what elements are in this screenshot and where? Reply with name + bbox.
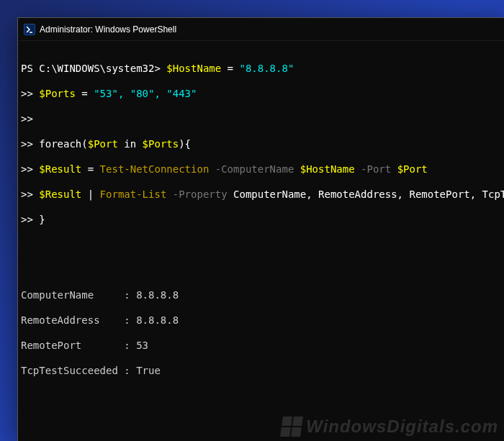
cmd-line-5: >> $Result = Test-NetConnection -Compute… [21, 163, 504, 176]
blank [21, 239, 504, 252]
cmd-line-1: PS C:\WINDOWS\system32> $HostName = "8.8… [21, 63, 504, 76]
blank [21, 264, 504, 277]
blank [21, 415, 504, 428]
cmd-line-3: >> [21, 113, 504, 126]
window-title: Administrator: Windows PowerShell [40, 24, 176, 35]
blank [21, 390, 504, 403]
cmd-line-6: >> $Result | Format-List -Property Compu… [21, 188, 504, 201]
powershell-window: Administrator: Windows PowerShell PS C:\… [17, 17, 504, 441]
result-row: ComputerName : 8.8.8.8 [21, 289, 504, 302]
terminal-content[interactable]: PS C:\WINDOWS\system32> $HostName = "8.8… [18, 41, 504, 441]
powershell-icon [24, 24, 35, 35]
titlebar[interactable]: Administrator: Windows PowerShell [18, 18, 504, 41]
cmd-line-2: >> $Ports = "53", "80", "443" [21, 88, 504, 101]
result-row: TcpTestSucceeded : True [21, 365, 504, 378]
result-row: RemoteAddress : 8.8.8.8 [21, 314, 504, 327]
result-row: RemotePort : 53 [21, 340, 504, 353]
cmd-line-7: >> } [21, 214, 504, 227]
cmd-line-4: >> foreach($Port in $Ports){ [21, 138, 504, 151]
